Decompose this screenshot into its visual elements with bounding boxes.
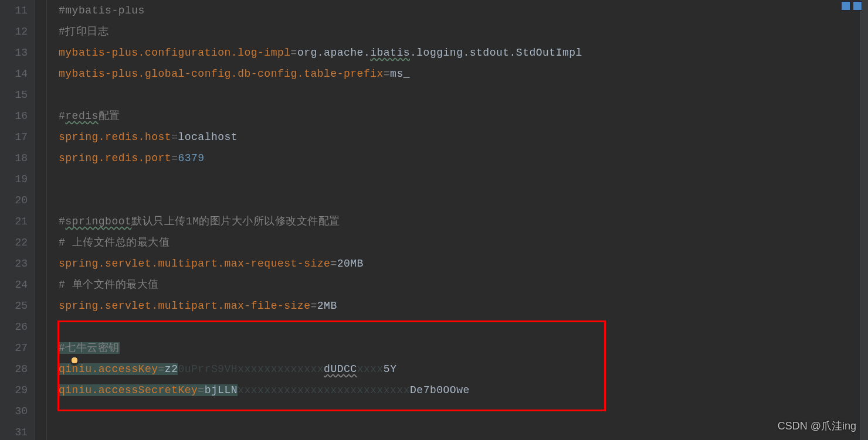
code-line[interactable]: # 单个文件的最大值 bbox=[59, 274, 868, 295]
code-line[interactable] bbox=[59, 84, 868, 105]
code-line[interactable] bbox=[59, 422, 868, 440]
code-line[interactable]: #mybatis-plus bbox=[59, 0, 868, 21]
code-line[interactable]: #七牛云密钥 bbox=[59, 337, 868, 359]
line-number: 20 bbox=[0, 190, 28, 211]
line-number: 31 bbox=[0, 422, 28, 440]
preview-thumbnails bbox=[841, 1, 862, 11]
line-number: 21 bbox=[0, 211, 28, 232]
code-line[interactable]: mybatis-plus.global-config.db-config.tab… bbox=[59, 63, 868, 84]
code-line[interactable] bbox=[59, 190, 868, 211]
line-number: 23 bbox=[0, 253, 28, 274]
line-number: 16 bbox=[0, 105, 28, 127]
line-number: 18 bbox=[0, 148, 28, 169]
line-number: 13 bbox=[0, 42, 28, 63]
thumbnail-icon bbox=[853, 1, 862, 11]
code-line[interactable]: # 上传文件总的最大值 bbox=[59, 232, 868, 253]
code-area[interactable]: #mybatis-plus #打印日志 mybatis-plus.configu… bbox=[47, 0, 868, 440]
code-line[interactable]: #redis配置 bbox=[59, 105, 868, 127]
code-line[interactable]: qiniu.accessKey=z20uPrrS9VHxxxxxxxxxxxxx… bbox=[59, 359, 868, 380]
line-number: 22 bbox=[0, 232, 28, 253]
line-number: 11 bbox=[0, 0, 28, 21]
line-number: 15 bbox=[0, 84, 28, 105]
code-editor: 1112131415161718192021222324252627282930… bbox=[0, 0, 868, 440]
code-line[interactable]: mybatis-plus.configuration.log-impl=org.… bbox=[59, 42, 868, 63]
code-line[interactable] bbox=[59, 169, 868, 190]
code-line[interactable]: spring.redis.host=localhost bbox=[59, 127, 868, 148]
line-number: 28 bbox=[0, 359, 28, 380]
line-number: 25 bbox=[0, 295, 28, 316]
code-line[interactable]: #打印日志 bbox=[59, 21, 868, 42]
line-number: 12 bbox=[0, 21, 28, 42]
code-line[interactable]: spring.servlet.multipart.max-request-siz… bbox=[59, 253, 868, 274]
vertical-scrollbar[interactable] bbox=[860, 0, 868, 440]
code-line[interactable]: qiniu.accessSecretKey=bjLLNxxxxxxxxxxxxx… bbox=[59, 380, 868, 401]
code-line[interactable] bbox=[59, 316, 868, 337]
line-number: 19 bbox=[0, 169, 28, 190]
line-number: 24 bbox=[0, 274, 28, 295]
code-line[interactable]: spring.servlet.multipart.max-file-size=2… bbox=[59, 295, 868, 316]
line-number: 14 bbox=[0, 63, 28, 84]
line-number: 26 bbox=[0, 316, 28, 337]
line-number-gutter: 1112131415161718192021222324252627282930… bbox=[0, 0, 35, 440]
code-line[interactable]: #springboot默认只上传1M的图片大小所以修改文件配置 bbox=[59, 211, 868, 232]
code-line[interactable]: spring.redis.port=6379 bbox=[59, 148, 868, 169]
line-number: 27 bbox=[0, 337, 28, 359]
line-number: 30 bbox=[0, 401, 28, 422]
line-number: 17 bbox=[0, 127, 28, 148]
gutter-strip bbox=[35, 0, 47, 440]
code-line[interactable] bbox=[59, 401, 868, 422]
line-number: 29 bbox=[0, 380, 28, 401]
thumbnail-icon bbox=[841, 1, 850, 11]
